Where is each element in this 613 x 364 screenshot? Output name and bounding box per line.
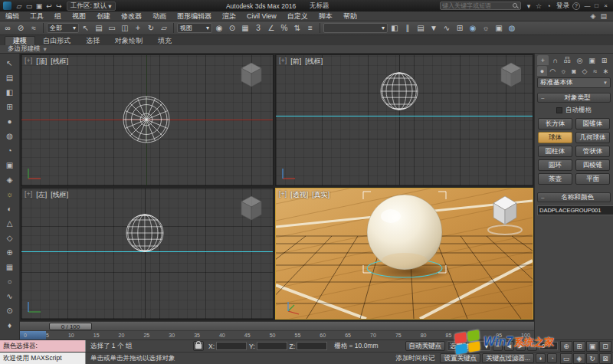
time-slider[interactable]: 0 / 100 bbox=[20, 321, 534, 330]
key-mode-toggle[interactable]: ♦ bbox=[536, 353, 546, 363]
viewport-front[interactable]: [+] [前] [线框] bbox=[275, 54, 533, 186]
left-tool-icon[interactable]: ⊕ bbox=[3, 245, 17, 260]
zoom-extents-all-icon[interactable]: ⊡ bbox=[599, 341, 611, 352]
viewport-shading-label[interactable]: [线框] bbox=[51, 57, 68, 67]
previous-frame-icon[interactable]: ◀ bbox=[504, 341, 514, 351]
search-input[interactable] bbox=[442, 2, 510, 9]
left-tool-icon[interactable]: ◇ bbox=[3, 231, 17, 245]
primitive-button[interactable]: 管状体 bbox=[575, 146, 610, 157]
left-tool-icon[interactable]: ◧ bbox=[3, 85, 17, 100]
primitive-button[interactable]: 圆环 bbox=[538, 159, 572, 171]
modify-tab-icon[interactable]: ∩ bbox=[549, 55, 561, 65]
viewport-top[interactable]: [+] [顶] [线框] bbox=[21, 54, 274, 186]
helpers-icon[interactable]: ◇ bbox=[579, 66, 589, 76]
menu-item[interactable]: 图形编辑器 bbox=[172, 11, 217, 21]
menu-item[interactable]: Civil View bbox=[241, 11, 282, 21]
go-to-end-icon[interactable]: » bbox=[527, 341, 537, 351]
auto-key-button[interactable]: 自动关键点 bbox=[405, 341, 446, 351]
select-object-icon[interactable]: ↖ bbox=[80, 22, 92, 34]
edit-named-sets-icon[interactable]: ≡ bbox=[304, 22, 316, 34]
menu-item[interactable]: 创建 bbox=[91, 11, 116, 21]
layer-manager-icon[interactable]: ▤ bbox=[415, 22, 427, 34]
geometry-icon[interactable]: ● bbox=[537, 66, 547, 76]
left-tool-icon[interactable]: ◔ bbox=[3, 143, 17, 158]
viewport-name-label[interactable]: [前] bbox=[290, 57, 301, 67]
selected-set-select[interactable]: 选定对象▾ bbox=[447, 341, 491, 351]
left-tool-icon[interactable]: ◈ bbox=[3, 172, 17, 187]
unlink-icon[interactable]: ⊘ bbox=[15, 22, 27, 34]
rect-select-region-icon[interactable]: ▭ bbox=[106, 22, 118, 34]
primitive-button[interactable]: 茶壶 bbox=[538, 173, 572, 185]
max-logo-icon[interactable] bbox=[3, 2, 11, 10]
left-tool-icon[interactable]: ☼ bbox=[3, 187, 17, 202]
rollout-name-color[interactable]: − 名称和颜色 bbox=[537, 192, 611, 202]
left-tool-icon[interactable]: ▣ bbox=[3, 158, 17, 172]
pan-icon[interactable]: ◈ bbox=[573, 353, 585, 364]
primitive-button[interactable]: 球体 bbox=[538, 132, 572, 143]
display-tab-icon[interactable]: ▣ bbox=[586, 55, 598, 65]
maximize-icon[interactable]: □ bbox=[592, 2, 601, 10]
key-filters-button[interactable]: 关键点过滤器... bbox=[482, 353, 534, 363]
primitive-button[interactable]: 圆柱体 bbox=[538, 146, 572, 157]
orbit-icon[interactable]: ↻ bbox=[586, 353, 598, 364]
menu-item[interactable]: 渲染 bbox=[217, 11, 241, 21]
undo-icon[interactable]: ↩ bbox=[44, 2, 54, 11]
viewport-menu-plus[interactable]: [+] bbox=[25, 190, 32, 200]
current-frame-field[interactable] bbox=[539, 342, 558, 350]
autogrid-checkbox[interactable] bbox=[556, 107, 562, 113]
spacewarps-icon[interactable]: ≈ bbox=[590, 66, 600, 76]
left-tool-icon[interactable]: ▦ bbox=[3, 260, 17, 274]
favorites-star-icon[interactable]: ☆ bbox=[534, 2, 543, 11]
viewport-perspective[interactable]: [+] [透视] [真实] bbox=[275, 188, 533, 320]
ribbon-panel-label[interactable]: 多边形建模 bbox=[8, 44, 41, 54]
set-key-button[interactable]: 设置关键点 bbox=[440, 353, 480, 363]
ribbon-tab[interactable]: 自由形式 bbox=[35, 36, 78, 45]
menu-extra-icon[interactable]: ▤ bbox=[600, 12, 607, 20]
viewport-left[interactable]: [+] [左] [线框] bbox=[21, 188, 274, 320]
save-icon[interactable]: ▣ bbox=[34, 2, 44, 11]
add-time-tag[interactable]: 添加时间标记 bbox=[391, 354, 439, 363]
hierarchy-tab-icon[interactable]: 品 bbox=[562, 55, 573, 65]
motion-tab-icon[interactable]: ◎ bbox=[574, 55, 585, 65]
reference-coordinate-select[interactable]: 视图▾ bbox=[177, 23, 212, 33]
material-editor-icon[interactable]: ◉ bbox=[467, 22, 479, 34]
zoom-extents-icon[interactable]: ▣ bbox=[586, 341, 598, 352]
go-to-start-icon[interactable]: « bbox=[493, 341, 503, 351]
notification-icon[interactable]: ◔ bbox=[544, 2, 553, 11]
infocenter-search[interactable] bbox=[440, 2, 521, 10]
utilities-tab-icon[interactable]: ⊞ bbox=[598, 55, 610, 65]
rollout-object-type[interactable]: − 对象类型 bbox=[537, 93, 611, 103]
menu-item[interactable]: 编辑 bbox=[0, 11, 25, 21]
percent-snap-icon[interactable]: % bbox=[278, 22, 290, 34]
workspace-switch-icon[interactable]: ◈ bbox=[591, 12, 596, 20]
rendered-frame-icon[interactable]: ▣ bbox=[493, 22, 505, 34]
left-tool-icon[interactable]: ▤ bbox=[3, 71, 17, 85]
select-manipulate-icon[interactable]: ⊙ bbox=[226, 22, 238, 34]
primitive-button[interactable]: 圆锥体 bbox=[575, 118, 610, 130]
close-icon[interactable]: × bbox=[602, 2, 610, 10]
help-icon[interactable]: ? bbox=[572, 2, 580, 10]
selection-lock-toggle[interactable] bbox=[193, 341, 204, 351]
time-config-button[interactable]: ◔ bbox=[547, 353, 557, 363]
viewport-shading-label[interactable]: [真实] bbox=[312, 190, 329, 200]
left-tool-icon[interactable]: ◍ bbox=[3, 129, 17, 143]
left-tool-icon[interactable]: △ bbox=[3, 216, 17, 231]
systems-icon[interactable]: ∗ bbox=[601, 66, 611, 76]
menu-item[interactable]: 修改器 bbox=[116, 11, 147, 21]
menu-item[interactable]: 工具 bbox=[25, 11, 49, 21]
ribbon-tab[interactable]: 对象绘制 bbox=[107, 36, 150, 45]
track-bar[interactable]: 0510152025303540455055606570758085909510… bbox=[20, 330, 534, 339]
bind-spacewarp-icon[interactable]: ≈ bbox=[28, 22, 40, 34]
zoom-icon[interactable]: ⊕ bbox=[560, 341, 572, 352]
use-pivot-center-icon[interactable]: ◉ bbox=[213, 22, 225, 34]
zoom-region-icon[interactable]: ▭ bbox=[560, 353, 572, 364]
viewport-menu-plus[interactable]: [+] bbox=[279, 57, 287, 67]
coord-y-field[interactable] bbox=[257, 342, 287, 350]
curve-editor-icon[interactable]: ∿ bbox=[441, 22, 453, 34]
maxscript-listener-line[interactable]: 欢迎使用 MAXScript bbox=[0, 353, 86, 364]
ribbon-tab[interactable]: 选择 bbox=[78, 36, 107, 45]
viewport-menu-plus[interactable]: [+] bbox=[25, 57, 32, 67]
coord-x-field[interactable] bbox=[216, 342, 247, 350]
named-selection-sets-select[interactable]: ▾ bbox=[323, 23, 388, 33]
coord-z-field[interactable] bbox=[297, 342, 327, 350]
